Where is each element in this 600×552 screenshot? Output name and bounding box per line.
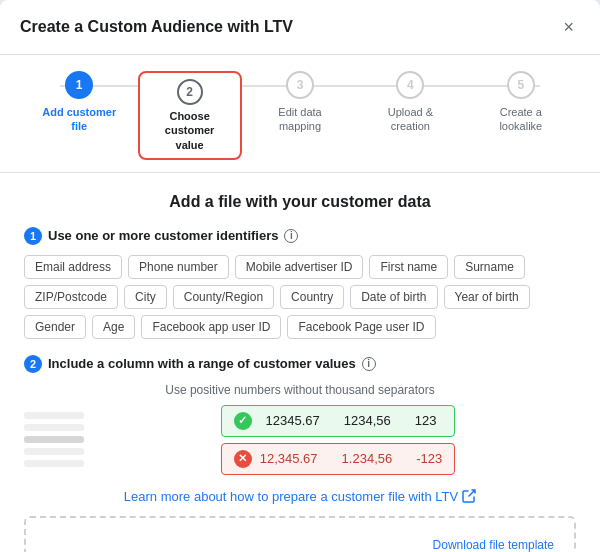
tag-phone[interactable]: Phone number	[128, 255, 229, 279]
upload-area-top: Download file template	[46, 538, 554, 552]
tag-fb-app-user[interactable]: Facebook app user ID	[141, 315, 281, 339]
format-row-correct: ✓ 12345.67 1234,56 123	[221, 405, 455, 437]
tag-zip[interactable]: ZIP/Postcode	[24, 285, 118, 309]
tag-yob[interactable]: Year of birth	[444, 285, 530, 309]
modal-header: Create a Custom Audience with LTV ×	[0, 0, 600, 55]
step-5-circle: 5	[507, 71, 535, 99]
correct-val-1: 12345.67	[266, 413, 320, 428]
correct-val-2: 1234,56	[344, 413, 391, 428]
external-link-icon	[462, 489, 476, 503]
tag-dob[interactable]: Date of birth	[350, 285, 437, 309]
tag-surname[interactable]: Surname	[454, 255, 525, 279]
incorrect-values: 12,345.67 1.234,56 -123	[260, 451, 442, 466]
step-3-circle: 3	[286, 71, 314, 99]
incorrect-val-3: -123	[416, 451, 442, 466]
section-title: Add a file with your customer data	[24, 193, 576, 211]
step-2-label: Choose customer value	[150, 109, 230, 152]
step-1-circle: 1	[65, 71, 93, 99]
tag-country[interactable]: Country	[280, 285, 344, 309]
tag-county-region[interactable]: County/Region	[173, 285, 274, 309]
section2: 2 Include a column with a range of custo…	[24, 355, 576, 475]
modal-title: Create a Custom Audience with LTV	[20, 18, 293, 36]
tag-age[interactable]: Age	[92, 315, 135, 339]
correct-values: 12345.67 1234,56 123	[260, 413, 442, 428]
illustration	[24, 412, 84, 467]
section1-text: Use one or more customer identifiers	[48, 228, 278, 243]
step-4-label: Upload & creation	[370, 105, 450, 134]
modal: Create a Custom Audience with LTV × 1 Ad…	[0, 0, 600, 552]
ltv-link[interactable]: Learn more about how to prepare a custom…	[24, 489, 576, 504]
upload-area: Download file template Drag and drop you…	[24, 516, 576, 552]
step-4-circle: 4	[396, 71, 424, 99]
modal-body: Add a file with your customer data 1 Use…	[0, 173, 600, 552]
step-3: 3 Edit data mapping	[245, 71, 355, 134]
cross-icon: ✕	[234, 450, 252, 468]
number-format-hint: Use positive numbers without thousand se…	[24, 383, 576, 397]
section1-label: 1 Use one or more customer identifiers i	[24, 227, 576, 245]
incorrect-val-2: 1.234,56	[342, 451, 393, 466]
format-examples: ✓ 12345.67 1234,56 123 ✕ 12,345.67 1.234…	[221, 405, 455, 475]
section1-num: 1	[24, 227, 42, 245]
section2-text: Include a column with a range of custome…	[48, 356, 356, 371]
ltv-link-text: Learn more about how to prepare a custom…	[124, 489, 458, 504]
close-button[interactable]: ×	[557, 16, 580, 38]
correct-val-3: 123	[415, 413, 437, 428]
tags-container: Email address Phone number Mobile advert…	[24, 255, 576, 339]
step-3-label: Edit data mapping	[260, 105, 340, 134]
step-4: 4 Upload & creation	[355, 71, 465, 134]
step-2: 2 Choose customer value	[134, 71, 244, 160]
tag-fb-page-user[interactable]: Facebook Page user ID	[287, 315, 435, 339]
section2-label: 2 Include a column with a range of custo…	[24, 355, 576, 373]
section2-info-icon[interactable]: i	[362, 357, 376, 371]
tag-mobile-advertiser[interactable]: Mobile advertiser ID	[235, 255, 364, 279]
incorrect-val-1: 12,345.67	[260, 451, 318, 466]
tag-gender[interactable]: Gender	[24, 315, 86, 339]
section1-info-icon[interactable]: i	[284, 229, 298, 243]
tag-first-name[interactable]: First name	[369, 255, 448, 279]
section2-num: 2	[24, 355, 42, 373]
tag-city[interactable]: City	[124, 285, 167, 309]
check-icon: ✓	[234, 412, 252, 430]
format-row-incorrect: ✕ 12,345.67 1.234,56 -123	[221, 443, 455, 475]
tag-email[interactable]: Email address	[24, 255, 122, 279]
step-1-label: Add customer file	[39, 105, 119, 134]
step-5: 5 Create a lookalike	[466, 71, 576, 134]
step-2-circle: 2	[177, 79, 203, 105]
stepper: 1 Add customer file 2 Choose customer va…	[0, 55, 600, 173]
step-1: 1 Add customer file	[24, 71, 134, 134]
step-5-label: Create a lookalike	[481, 105, 561, 134]
download-link[interactable]: Download file template	[433, 538, 554, 552]
